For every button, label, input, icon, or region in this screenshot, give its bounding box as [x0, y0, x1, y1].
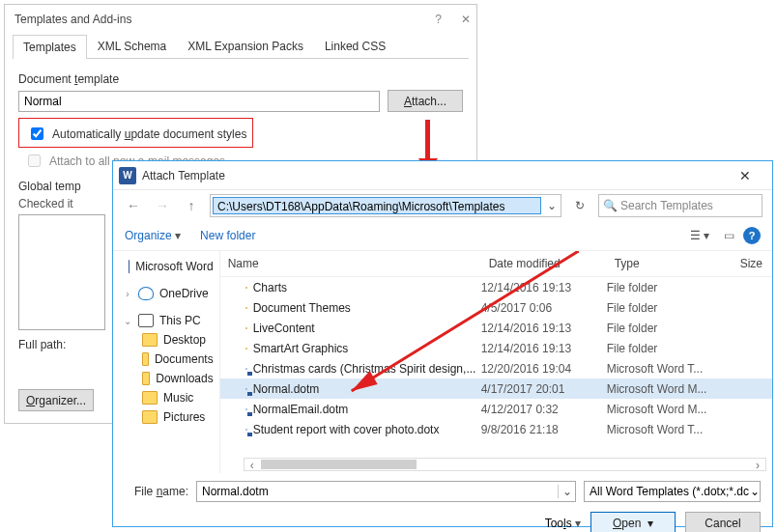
toolbar: Organize New folder ☰ ▾ ▭ ? [113, 221, 772, 251]
address-text[interactable]: C:\Users\DT168\AppData\Roaming\Microsoft… [213, 197, 541, 214]
tree-word[interactable]: Microsoft Word [121, 257, 216, 276]
file-name-label: File name: [125, 485, 188, 498]
file-row[interactable]: Christmas cards (Christmas Spirit design… [220, 358, 772, 378]
dialog-title: Attach Template [142, 169, 726, 182]
new-folder-button[interactable]: New folder [200, 229, 255, 242]
document-icon [245, 429, 247, 431]
dialog-title: Templates and Add-ins [14, 13, 131, 26]
tab-xml-expansion[interactable]: XML Expansion Packs [177, 34, 314, 58]
col-name[interactable]: Name [220, 251, 481, 276]
tab-templates[interactable]: Templates [13, 35, 87, 59]
refresh-icon[interactable]: ↻ [569, 199, 590, 212]
horizontal-scrollbar[interactable]: ‹› [244, 458, 766, 471]
file-list-header[interactable]: Name Date modified Type Size [220, 251, 772, 277]
tab-xml-schema[interactable]: XML Schema [87, 34, 178, 58]
tree-pictures[interactable]: Pictures [121, 407, 216, 427]
folder-icon [245, 307, 247, 309]
address-dropdown-icon[interactable]: ⌄ [543, 199, 561, 212]
search-box[interactable]: 🔍 Search Templates [598, 194, 763, 217]
document-icon [245, 408, 247, 410]
file-row[interactable]: Student report with cover photo.dotx9/8/… [220, 419, 772, 439]
search-placeholder: Search Templates [620, 199, 713, 212]
organize-menu[interactable]: Organize [125, 229, 181, 242]
search-icon: 🔍 [599, 199, 620, 212]
nav-forward-icon: → [152, 198, 173, 213]
tree-music[interactable]: Music [121, 388, 216, 407]
view-mode-icon[interactable]: ☰ ▾ [685, 229, 714, 242]
document-template-label: Document template [18, 72, 463, 86]
file-row[interactable]: LiveContent12/14/2016 19:13File folder [220, 318, 772, 338]
file-name-combo[interactable]: Normal.dotm ⌄ [196, 481, 576, 502]
nav-up-icon[interactable]: ↑ [181, 198, 202, 213]
organizer-button[interactable]: Organizer... [18, 389, 94, 411]
chevron-down-icon[interactable]: ⌄ [558, 485, 575, 498]
file-name-value: Normal.dotm [197, 485, 558, 498]
dialog-titlebar: Templates and Add-ins ? ✕ [5, 5, 476, 34]
folder-icon [245, 287, 247, 289]
tree-this-pc[interactable]: ⌄This PC [121, 311, 216, 330]
tree-documents[interactable]: Documents [121, 350, 216, 369]
dialog-titlebar: W Attach Template ✕ [113, 161, 772, 190]
folder-icon [245, 327, 247, 329]
help-icon[interactable]: ? [435, 5, 442, 34]
auto-update-checkbox[interactable]: Automatically update document styles [27, 125, 246, 143]
file-row[interactable]: Normal.dotm4/17/2017 20:01Microsoft Word… [220, 378, 772, 399]
global-templates-list[interactable] [18, 214, 105, 330]
open-button[interactable]: Open ▾ [590, 512, 676, 532]
word-icon: W [119, 167, 136, 184]
tools-menu[interactable]: Tools [545, 517, 581, 530]
tree-onedrive[interactable]: ›OneDrive [121, 284, 216, 303]
chevron-down-icon[interactable]: ⌄ [750, 485, 760, 498]
cancel-button[interactable]: Cancel [685, 512, 761, 532]
tree-downloads[interactable]: Downloads [121, 369, 216, 388]
file-type-filter[interactable]: All Word Templates (*.dotx;*.dc ⌄ [584, 481, 761, 502]
preview-pane-icon[interactable]: ▭ [714, 229, 743, 242]
document-icon [245, 388, 247, 390]
filter-text: All Word Templates (*.dotx;*.dc [585, 485, 750, 498]
document-icon [245, 368, 247, 370]
close-icon[interactable]: ✕ [461, 5, 471, 34]
nav-tree[interactable]: Microsoft Word ›OneDrive ⌄This PC Deskto… [113, 251, 220, 473]
file-row[interactable]: Charts12/14/2016 19:13File folder [220, 277, 772, 297]
file-row[interactable]: Document Themes4/5/2017 0:06File folder [220, 297, 772, 318]
address-bar[interactable]: C:\Users\DT168\AppData\Roaming\Microsoft… [210, 194, 561, 217]
attach-button[interactable]: Attach... [388, 90, 463, 112]
folder-icon [245, 348, 247, 350]
col-type[interactable]: Type [607, 251, 733, 276]
help-icon[interactable]: ? [743, 227, 761, 244]
file-row[interactable]: SmartArt Graphics12/14/2016 19:13File fo… [220, 338, 772, 358]
col-date[interactable]: Date modified [481, 251, 607, 276]
file-row[interactable]: NormalEmail.dotm4/12/2017 0:32Microsoft … [220, 399, 772, 419]
col-size[interactable]: Size [733, 251, 772, 276]
document-template-input[interactable] [18, 91, 380, 112]
attach-template-dialog: W Attach Template ✕ ← → ↑ C:\Users\DT168… [112, 160, 773, 527]
nav-row: ← → ↑ C:\Users\DT168\AppData\Roaming\Mic… [113, 190, 772, 221]
nav-back-icon[interactable]: ← [123, 198, 144, 213]
file-list: Name Date modified Type Size Charts12/14… [220, 251, 772, 473]
tab-linked-css[interactable]: Linked CSS [314, 34, 396, 58]
tab-strip: Templates XML Schema XML Expansion Packs… [13, 34, 469, 59]
tree-desktop[interactable]: Desktop [121, 330, 216, 350]
close-icon[interactable]: ✕ [726, 168, 764, 183]
